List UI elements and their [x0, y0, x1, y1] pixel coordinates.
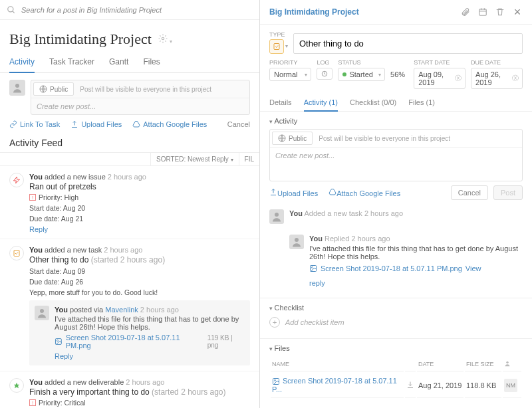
globe-icon [278, 134, 286, 142]
svg-point-17 [275, 213, 279, 217]
download-icon[interactable] [405, 373, 416, 398]
clear-icon[interactable]: ⓧ [455, 74, 462, 83]
feed-item: You added a new issue 2 hours ago Ran ou… [0, 166, 259, 239]
visibility-toggle[interactable]: Public [272, 132, 313, 145]
view-link[interactable]: View [466, 264, 481, 272]
tab-files[interactable]: Files [143, 52, 160, 72]
calendar-icon[interactable] [477, 7, 488, 17]
section-activity[interactable]: Activity [269, 117, 523, 125]
composer[interactable]: Public Post will be visible to everyone … [31, 80, 250, 115]
project-title: Big Intimidating Project [9, 31, 152, 48]
reply-link[interactable]: reply [309, 279, 523, 287]
search-icon [7, 5, 16, 15]
panel-tab-activity[interactable]: Activity (1) [304, 94, 338, 112]
tab-activity[interactable]: Activity [9, 52, 35, 73]
issue-icon [9, 173, 24, 187]
svg-point-20 [312, 267, 313, 268]
add-checklist-item[interactable]: + Add checklist item [269, 312, 523, 333]
close-icon[interactable]: × [512, 7, 523, 17]
user-icon [504, 360, 511, 367]
google-drive-icon [132, 120, 140, 128]
files-table: NAME DATE FILE SIZE Screen Shot 2019-07-… [269, 356, 523, 399]
nested-post: You posted via Mavenlink 2 hours ago I'v… [29, 300, 250, 365]
upload-icon [269, 188, 277, 196]
plus-icon: + [269, 317, 280, 328]
project-tabs: Activity Task Tracker Gantt Files [0, 52, 259, 73]
attachment-icon[interactable] [460, 7, 471, 17]
panel-breadcrumb[interactable]: Big Intimidating Project [269, 7, 359, 17]
svg-point-0 [8, 6, 13, 11]
feed-item: You added a new task 2 hours ago Other t… [0, 239, 259, 371]
file-link[interactable]: Screen Shot 2019-07-18 at 5.07.11 PM.png… [309, 264, 481, 272]
file-link[interactable]: Screen Shot 2019-07-18 at 5.07.11 PM.png… [55, 334, 245, 350]
upload-files[interactable]: Upload Files [269, 188, 318, 197]
svg-point-6 [40, 309, 44, 313]
item-title[interactable]: Finish a very important thing to do [29, 387, 150, 397]
tab-task-tracker[interactable]: Task Tracker [49, 52, 94, 72]
panel-tab-files[interactable]: Files (1) [408, 94, 435, 111]
feed-heading: Activity Feed [0, 134, 259, 152]
sort-control[interactable]: SORTED: Newest Reply ▾ [150, 153, 239, 165]
tab-gantt[interactable]: Gantt [109, 52, 128, 72]
section-files[interactable]: Files [269, 344, 523, 352]
status-select[interactable]: Started▾ [338, 68, 385, 81]
svg-point-18 [295, 238, 299, 242]
log-button[interactable] [317, 68, 332, 80]
item-title[interactable]: Ran out of pretzels [29, 182, 250, 191]
clear-icon[interactable]: ⓧ [512, 74, 519, 83]
image-icon [272, 377, 280, 385]
search-bar[interactable]: Search for a post in Big Intimidating Pr… [0, 0, 259, 20]
search-placeholder: Search for a post in Big Intimidating Pr… [21, 6, 162, 14]
feed-item: You added a new deliverable 2 hours ago … [0, 371, 259, 408]
type-icon[interactable] [269, 39, 284, 54]
avatar [269, 209, 284, 224]
attach-google[interactable]: Attach Google Files [132, 120, 207, 128]
svg-rect-14 [274, 44, 279, 50]
visibility-text: Post will be visible to everyone in this… [76, 86, 211, 93]
link-to-task[interactable]: Link To Task [9, 120, 60, 128]
attach-google[interactable]: Attach Google Files [329, 188, 400, 197]
reply-link[interactable]: Reply [29, 225, 250, 233]
globe-icon [39, 85, 47, 93]
reply-link[interactable]: Reply [55, 352, 245, 360]
upload-icon [70, 120, 78, 128]
section-checklist[interactable]: Checklist [269, 304, 523, 312]
svg-point-23 [275, 380, 276, 381]
priority-icon: ! [29, 399, 36, 406]
cancel-button[interactable]: Cancel [451, 185, 488, 200]
type-label: TYPE [269, 31, 288, 38]
deliverable-icon [9, 378, 24, 393]
panel-tab-details[interactable]: Details [269, 94, 292, 111]
priority-select[interactable]: Normal▾ [269, 68, 311, 81]
post-button[interactable]: Post [493, 185, 523, 200]
start-date-input[interactable]: Aug 09, 2019ⓧ [414, 68, 466, 89]
user-initials: NM [504, 379, 517, 392]
svg-point-3 [15, 84, 19, 88]
image-icon [55, 338, 63, 346]
svg-marker-9 [14, 383, 19, 388]
priority-icon: ! [29, 194, 36, 201]
upload-files[interactable]: Upload Files [70, 120, 122, 128]
cancel-button[interactable]: Cancel [227, 120, 250, 128]
due-date-input[interactable]: Aug 26, 2019ⓧ [471, 68, 523, 89]
post-input[interactable]: Create new post... [270, 148, 522, 181]
filter-control[interactable]: FIL [239, 153, 259, 165]
svg-rect-5 [14, 251, 19, 256]
svg-rect-10 [479, 9, 487, 15]
post-input[interactable]: Create new post... [31, 98, 249, 114]
percent-complete[interactable]: 56% [390, 68, 408, 81]
item-title[interactable]: Other thing to do [29, 255, 88, 264]
svg-line-1 [13, 11, 15, 13]
avatar [35, 306, 49, 320]
chevron-down-icon[interactable]: ▾ [285, 43, 288, 49]
file-row[interactable]: Screen Shot 2019-07-18 at 5.07.11 P... A… [271, 373, 521, 398]
gear-icon[interactable]: ▾ [158, 34, 172, 45]
avatar [9, 80, 25, 96]
visibility-toggle[interactable]: Public [33, 82, 74, 96]
trash-icon[interactable] [495, 7, 505, 17]
svg-point-2 [162, 37, 164, 40]
avatar [289, 235, 304, 249]
panel-tab-checklist[interactable]: Checklist (0/0) [350, 94, 396, 111]
task-name-input[interactable] [293, 33, 523, 54]
google-drive-icon [329, 188, 336, 196]
